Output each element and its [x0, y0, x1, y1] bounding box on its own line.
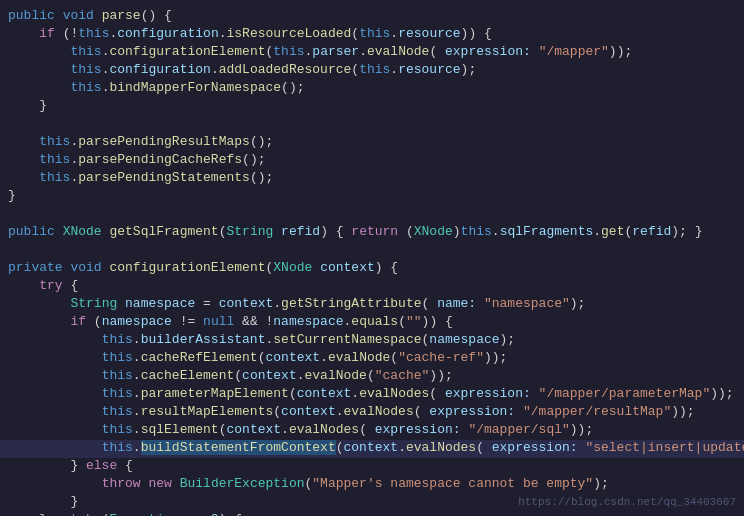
- code-line-15: private void configurationElement(XNode …: [0, 260, 744, 278]
- watermark: https://blog.csdn.net/qq_34403607: [518, 496, 736, 508]
- code-line-4: this.configuration.addLoadedResource(thi…: [0, 62, 744, 80]
- code-line-21: this.cacheElement(context.evalNode("cach…: [0, 368, 744, 386]
- code-container: public void parse() { if (!this.configur…: [0, 0, 744, 516]
- code-line-17: String namespace = context.getStringAttr…: [0, 296, 744, 314]
- code-line-25: this.buildStatementFromContext(context.e…: [0, 440, 744, 458]
- code-line-22: this.parameterMapElement(context.evalNod…: [0, 386, 744, 404]
- code-line-5: this.bindMapperForNamespace();: [0, 80, 744, 98]
- code-line-6: }: [0, 98, 744, 116]
- code-line-3: this.configurationElement(this.parser.ev…: [0, 44, 744, 62]
- code-line-24: this.sqlElement(context.evalNodes( expre…: [0, 422, 744, 440]
- code-line-10: this.parsePendingStatements();: [0, 170, 744, 188]
- code-line-18: if (namespace != null && !namespace.equa…: [0, 314, 744, 332]
- code-line-9: this.parsePendingCacheRefs();: [0, 152, 744, 170]
- code-line-19: this.builderAssistant.setCurrentNamespac…: [0, 332, 744, 350]
- code-line-13: public XNode getSqlFragment(String refid…: [0, 224, 744, 242]
- code-line-8: this.parsePendingResultMaps();: [0, 134, 744, 152]
- code-line-29: } catch (Exception var3) {: [0, 512, 744, 516]
- code-line-20: this.cacheRefElement(context.evalNode("c…: [0, 350, 744, 368]
- code-line-14: [0, 242, 744, 260]
- code-line-1: public void parse() {: [0, 8, 744, 26]
- code-line-16: try {: [0, 278, 744, 296]
- code-line-23: this.resultMapElements(context.evalNodes…: [0, 404, 744, 422]
- code-line-26: } else {: [0, 458, 744, 476]
- code-line-2: if (!this.configuration.isResourceLoaded…: [0, 26, 744, 44]
- code-line-11: }: [0, 188, 744, 206]
- code-line-7: [0, 116, 744, 134]
- code-line-12: [0, 206, 744, 224]
- code-line-27: throw new BuilderException("Mapper's nam…: [0, 476, 744, 494]
